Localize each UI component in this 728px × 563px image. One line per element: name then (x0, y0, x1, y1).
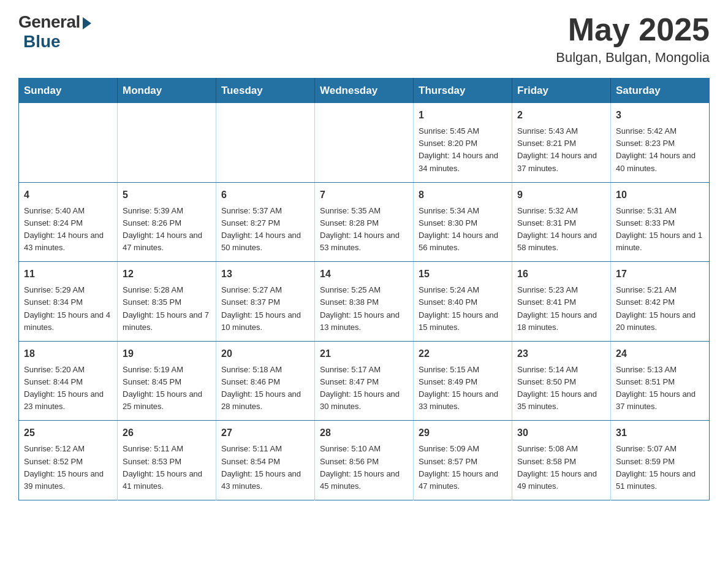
calendar-day-24: 24Sunrise: 5:13 AM Sunset: 8:51 PM Dayli… (611, 341, 710, 421)
day-info: Sunrise: 5:40 AM Sunset: 8:24 PM Dayligh… (24, 205, 112, 255)
day-number: 19 (123, 347, 211, 361)
day-info: Sunrise: 5:28 AM Sunset: 8:35 PM Dayligh… (123, 284, 211, 334)
day-info: Sunrise: 5:29 AM Sunset: 8:34 PM Dayligh… (24, 284, 112, 334)
day-info: Sunrise: 5:14 AM Sunset: 8:50 PM Dayligh… (517, 364, 605, 413)
day-info: Sunrise: 5:23 AM Sunset: 8:41 PM Dayligh… (517, 284, 605, 334)
logo-arrow-icon (83, 17, 91, 29)
calendar-day-10: 10Sunrise: 5:31 AM Sunset: 8:33 PM Dayli… (611, 182, 710, 262)
day-info: Sunrise: 5:15 AM Sunset: 8:49 PM Dayligh… (419, 364, 507, 413)
day-number: 11 (24, 267, 112, 282)
day-info: Sunrise: 5:32 AM Sunset: 8:31 PM Dayligh… (517, 205, 605, 255)
calendar-day-31: 31Sunrise: 5:07 AM Sunset: 8:59 PM Dayli… (611, 421, 710, 500)
calendar-day-21: 21Sunrise: 5:17 AM Sunset: 8:47 PM Dayli… (315, 341, 414, 421)
day-number: 30 (517, 426, 605, 440)
day-info: Sunrise: 5:45 AM Sunset: 8:20 PM Dayligh… (419, 125, 507, 175)
day-number: 8 (419, 188, 507, 202)
weekday-header-saturday: Saturday (611, 79, 710, 104)
calendar-day-15: 15Sunrise: 5:24 AM Sunset: 8:40 PM Dayli… (414, 262, 512, 342)
day-info: Sunrise: 5:35 AM Sunset: 8:28 PM Dayligh… (320, 205, 408, 255)
day-number: 14 (320, 267, 408, 282)
day-info: Sunrise: 5:39 AM Sunset: 8:26 PM Dayligh… (123, 205, 211, 255)
day-info: Sunrise: 5:24 AM Sunset: 8:40 PM Dayligh… (419, 284, 507, 334)
logo-blue-text: Blue (23, 32, 61, 52)
day-number: 27 (221, 426, 309, 440)
calendar-day-23: 23Sunrise: 5:14 AM Sunset: 8:50 PM Dayli… (512, 341, 611, 421)
calendar-day-18: 18Sunrise: 5:20 AM Sunset: 8:44 PM Dayli… (19, 341, 118, 421)
logo-general-text: General (18, 12, 80, 32)
calendar-day-17: 17Sunrise: 5:21 AM Sunset: 8:42 PM Dayli… (611, 262, 710, 342)
calendar-day-27: 27Sunrise: 5:11 AM Sunset: 8:54 PM Dayli… (216, 421, 315, 500)
calendar-week-row: 4Sunrise: 5:40 AM Sunset: 8:24 PM Daylig… (19, 182, 710, 262)
day-info: Sunrise: 5:18 AM Sunset: 8:46 PM Dayligh… (221, 364, 309, 413)
weekday-header-tuesday: Tuesday (216, 79, 315, 104)
day-number: 29 (419, 426, 507, 440)
month-title: May 2025 (556, 12, 710, 47)
weekday-header-thursday: Thursday (414, 79, 512, 104)
calendar-day-9: 9Sunrise: 5:32 AM Sunset: 8:31 PM Daylig… (512, 182, 611, 262)
day-number: 28 (320, 426, 408, 440)
day-number: 3 (616, 108, 704, 123)
day-info: Sunrise: 5:21 AM Sunset: 8:42 PM Dayligh… (616, 284, 704, 334)
day-number: 16 (517, 267, 605, 282)
day-info: Sunrise: 5:11 AM Sunset: 8:54 PM Dayligh… (221, 443, 309, 492)
day-number: 13 (221, 267, 309, 282)
day-info: Sunrise: 5:10 AM Sunset: 8:56 PM Dayligh… (320, 443, 408, 492)
calendar-day-28: 28Sunrise: 5:10 AM Sunset: 8:56 PM Dayli… (315, 421, 414, 500)
day-info: Sunrise: 5:17 AM Sunset: 8:47 PM Dayligh… (320, 364, 408, 413)
empty-cell (19, 103, 118, 182)
page-header: General Blue May 2025 Bulgan, Bulgan, Mo… (18, 12, 710, 66)
calendar-week-row: 18Sunrise: 5:20 AM Sunset: 8:44 PM Dayli… (19, 341, 710, 421)
day-info: Sunrise: 5:27 AM Sunset: 8:37 PM Dayligh… (221, 284, 309, 334)
calendar-day-13: 13Sunrise: 5:27 AM Sunset: 8:37 PM Dayli… (216, 262, 315, 342)
day-info: Sunrise: 5:09 AM Sunset: 8:57 PM Dayligh… (419, 443, 507, 492)
calendar-day-20: 20Sunrise: 5:18 AM Sunset: 8:46 PM Dayli… (216, 341, 315, 421)
day-info: Sunrise: 5:31 AM Sunset: 8:33 PM Dayligh… (616, 205, 704, 255)
calendar-day-4: 4Sunrise: 5:40 AM Sunset: 8:24 PM Daylig… (19, 182, 118, 262)
calendar-week-row: 25Sunrise: 5:12 AM Sunset: 8:52 PM Dayli… (19, 421, 710, 500)
day-number: 6 (221, 188, 309, 202)
day-number: 4 (24, 188, 112, 202)
logo: General Blue (18, 12, 91, 52)
day-info: Sunrise: 5:37 AM Sunset: 8:27 PM Dayligh… (221, 205, 309, 255)
calendar-week-row: 11Sunrise: 5:29 AM Sunset: 8:34 PM Dayli… (19, 262, 710, 342)
day-info: Sunrise: 5:12 AM Sunset: 8:52 PM Dayligh… (24, 443, 112, 492)
day-number: 31 (616, 426, 704, 440)
calendar-day-7: 7Sunrise: 5:35 AM Sunset: 8:28 PM Daylig… (315, 182, 414, 262)
day-number: 17 (616, 267, 704, 282)
day-number: 22 (419, 347, 507, 361)
day-number: 9 (517, 188, 605, 202)
day-number: 26 (123, 426, 211, 440)
weekday-header-wednesday: Wednesday (315, 79, 414, 104)
day-number: 2 (517, 108, 605, 123)
day-info: Sunrise: 5:11 AM Sunset: 8:53 PM Dayligh… (123, 443, 211, 492)
empty-cell (216, 103, 315, 182)
empty-cell (118, 103, 216, 182)
day-info: Sunrise: 5:08 AM Sunset: 8:58 PM Dayligh… (517, 443, 605, 492)
weekday-header-friday: Friday (512, 79, 611, 104)
day-number: 23 (517, 347, 605, 361)
calendar-day-22: 22Sunrise: 5:15 AM Sunset: 8:49 PM Dayli… (414, 341, 512, 421)
day-info: Sunrise: 5:43 AM Sunset: 8:21 PM Dayligh… (517, 125, 605, 175)
calendar-day-1: 1Sunrise: 5:45 AM Sunset: 8:20 PM Daylig… (414, 103, 512, 182)
weekday-header-sunday: Sunday (19, 79, 118, 104)
day-number: 5 (123, 188, 211, 202)
calendar-table: SundayMondayTuesdayWednesdayThursdayFrid… (18, 78, 710, 500)
title-section: May 2025 Bulgan, Bulgan, Mongolia (556, 12, 710, 66)
day-info: Sunrise: 5:13 AM Sunset: 8:51 PM Dayligh… (616, 364, 704, 413)
calendar-day-2: 2Sunrise: 5:43 AM Sunset: 8:21 PM Daylig… (512, 103, 611, 182)
calendar-day-3: 3Sunrise: 5:42 AM Sunset: 8:23 PM Daylig… (611, 103, 710, 182)
calendar-day-6: 6Sunrise: 5:37 AM Sunset: 8:27 PM Daylig… (216, 182, 315, 262)
calendar-day-29: 29Sunrise: 5:09 AM Sunset: 8:57 PM Dayli… (414, 421, 512, 500)
calendar-day-12: 12Sunrise: 5:28 AM Sunset: 8:35 PM Dayli… (118, 262, 216, 342)
day-number: 24 (616, 347, 704, 361)
calendar-day-26: 26Sunrise: 5:11 AM Sunset: 8:53 PM Dayli… (118, 421, 216, 500)
day-number: 20 (221, 347, 309, 361)
calendar-day-8: 8Sunrise: 5:34 AM Sunset: 8:30 PM Daylig… (414, 182, 512, 262)
calendar-day-16: 16Sunrise: 5:23 AM Sunset: 8:41 PM Dayli… (512, 262, 611, 342)
day-number: 25 (24, 426, 112, 440)
calendar-day-14: 14Sunrise: 5:25 AM Sunset: 8:38 PM Dayli… (315, 262, 414, 342)
calendar-day-11: 11Sunrise: 5:29 AM Sunset: 8:34 PM Dayli… (19, 262, 118, 342)
calendar-day-19: 19Sunrise: 5:19 AM Sunset: 8:45 PM Dayli… (118, 341, 216, 421)
calendar-day-5: 5Sunrise: 5:39 AM Sunset: 8:26 PM Daylig… (118, 182, 216, 262)
day-number: 21 (320, 347, 408, 361)
